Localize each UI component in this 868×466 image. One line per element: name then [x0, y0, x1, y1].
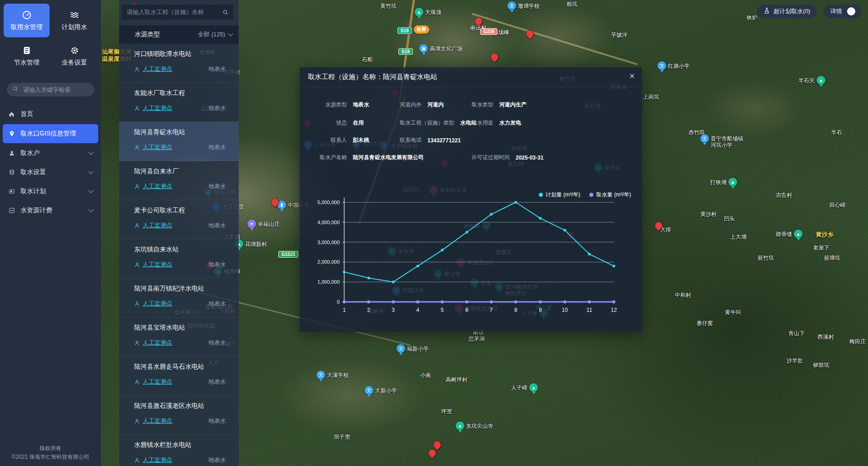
data-point[interactable] [539, 217, 542, 220]
station-list-item[interactable]: 友能水厂取水工程人工监测点地表水 [119, 83, 239, 122]
data-point[interactable] [441, 301, 444, 304]
sidebar-item-label: 首页 [20, 110, 33, 118]
station-list-item[interactable]: 陆河县宝塔水电站人工监测点地表水 [119, 317, 239, 356]
gauge-icon [22, 10, 32, 20]
field-group: 许可证过期时间2025-03-31 [472, 154, 543, 161]
data-point[interactable] [612, 265, 615, 267]
filter-value-dropdown[interactable]: 全部 (125) [198, 30, 232, 39]
plan-card-icon [8, 188, 15, 195]
over-plan-water-button[interactable]: 超计划取水(0) [757, 5, 817, 18]
data-point[interactable] [539, 301, 542, 304]
map-label: 中和村 [675, 292, 691, 298]
data-point[interactable] [416, 301, 419, 304]
data-point[interactable] [392, 281, 395, 283]
source-type-filter[interactable]: 水源类型 全部 (125) [119, 25, 239, 44]
module-gear[interactable]: 业务设置 [51, 39, 97, 73]
manual-monitor-link[interactable]: 人工监测点 [134, 378, 172, 386]
monitor-type: 人工监测点 [143, 456, 172, 464]
sidebar-search-input[interactable] [22, 86, 104, 94]
monitor-type: 人工监测点 [143, 182, 172, 190]
intake-point-pin[interactable] [431, 439, 442, 450]
sidebar-item[interactable]: 水资源计费 [0, 201, 101, 220]
close-icon[interactable]: × [629, 71, 635, 80]
data-point[interactable] [466, 231, 468, 234]
station-search-input[interactable] [126, 8, 219, 16]
manual-monitor-link[interactable]: 人工监测点 [134, 65, 172, 73]
data-point[interactable] [343, 301, 346, 304]
data-point[interactable] [490, 301, 493, 304]
map-label: 凹头 [724, 215, 735, 222]
station-list-item[interactable]: 河口镇唱歌潭水电站人工监测点地表水 [119, 44, 239, 83]
data-point[interactable] [588, 301, 591, 304]
y-axis-tick-label: 0 [337, 299, 340, 305]
sidebar-item[interactable]: 取水口GIS信息管理 [3, 124, 98, 143]
station-name: 东坑镇自来水站 [134, 246, 226, 254]
water-source-type: 地表水 [208, 456, 226, 464]
sidebar-search[interactable] [7, 83, 94, 96]
data-point[interactable] [514, 301, 517, 304]
sidebar-item[interactable]: 取水计划 [0, 182, 101, 201]
water-source-type: 地表水 [208, 65, 226, 73]
data-point[interactable] [416, 265, 419, 267]
data-point[interactable] [465, 301, 468, 304]
map-label: 上岗坑 [643, 94, 659, 100]
map-label: 黄沙乡 [816, 231, 833, 238]
manual-monitor-link[interactable]: 人工监测点 [134, 143, 172, 151]
manual-monitor-link[interactable]: 人工监测点 [134, 261, 172, 269]
station-list-item[interactable]: 陆河县自来水厂人工监测点地表水 [119, 161, 239, 200]
station-list-item[interactable]: 东坑镇自来水站人工监测点地表水 [119, 239, 239, 278]
x-axis-tick-label: 4 [416, 307, 419, 313]
manual-monitor-link[interactable]: 人工监测点 [134, 339, 172, 347]
station-list-item[interactable]: 水唇镇水栏肚水电站人工监测点地表水 [119, 435, 239, 466]
field-value: 陆河县青碇水电发展有限公司 [353, 154, 424, 161]
station-list-item[interactable]: 陆河县青碇水电站人工监测点地表水 [119, 122, 239, 161]
data-point[interactable] [391, 301, 395, 304]
station-list-item[interactable]: 麦卡公司取水工程人工监测点地表水 [119, 200, 239, 239]
school-marker-icon: 文 [396, 344, 405, 353]
map-label: 高树坪村 [446, 376, 467, 383]
field-value: 在用 [353, 119, 364, 127]
station-list-item[interactable]: 陆河县激石溪老区水电站人工监测点地表水 [119, 396, 239, 435]
module-waves[interactable]: 计划用水 [51, 4, 97, 37]
manual-monitor-link[interactable]: 人工监测点 [134, 417, 172, 425]
sidebar-item[interactable]: 取水设置 [0, 163, 101, 182]
manual-monitor-link[interactable]: 人工监测点 [134, 182, 172, 190]
x-axis-tick-label: 7 [490, 307, 493, 313]
module-gauge[interactable]: 取用水管理 [4, 4, 50, 37]
map-label: 黄牛叫 [725, 309, 741, 316]
map-label: 吉告村 [776, 192, 792, 198]
sidebar-item[interactable]: 取水户 [0, 144, 101, 163]
manual-monitor-link[interactable]: 人工监测点 [134, 300, 172, 308]
data-point[interactable] [563, 229, 566, 231]
person-icon [134, 301, 140, 307]
y-axis-tick-label: 1,000,000 [317, 279, 340, 285]
data-point[interactable] [612, 301, 616, 304]
module-document[interactable]: 节水管理 [4, 39, 50, 73]
manual-monitor-link[interactable]: 人工监测点 [134, 221, 172, 230]
station-search[interactable] [121, 5, 233, 20]
person-icon [134, 418, 140, 424]
field-value: 地表水 [353, 101, 369, 109]
data-point[interactable] [367, 276, 370, 279]
data-point[interactable] [490, 213, 492, 215]
map-poi: ▲花塘新村 [235, 241, 267, 248]
data-point[interactable] [441, 249, 444, 251]
water-source-type: 地表水 [208, 104, 226, 112]
chevron-down-icon [88, 150, 93, 155]
manual-monitor-link[interactable]: 人工监测点 [134, 104, 172, 112]
intake-point-pin[interactable] [489, 51, 500, 62]
data-point[interactable] [367, 301, 371, 304]
sidebar-item[interactable]: 首页 [0, 105, 101, 124]
map-label: 西溪村 [818, 334, 834, 340]
data-point[interactable] [588, 253, 591, 256]
manual-monitor-link[interactable]: 人工监测点 [134, 456, 172, 464]
field-label: 许可证过期时间 [472, 154, 510, 161]
station-list-item[interactable]: 陆河县南万镇杞洋水电站人工监测点地表水 [119, 278, 239, 317]
station-list-item[interactable]: 陆河县水唇走马石水电站人工监测点地表水 [119, 356, 239, 396]
detail-toggle[interactable]: 详情 [824, 5, 862, 18]
data-point[interactable] [343, 271, 346, 273]
toggle-knob[interactable] [847, 7, 855, 15]
data-point[interactable] [514, 201, 517, 204]
field-row: 取水户名称陆河县青碇水电发展有限公司许可证过期时间2025-03-31 [313, 154, 633, 162]
data-point[interactable] [563, 301, 567, 304]
